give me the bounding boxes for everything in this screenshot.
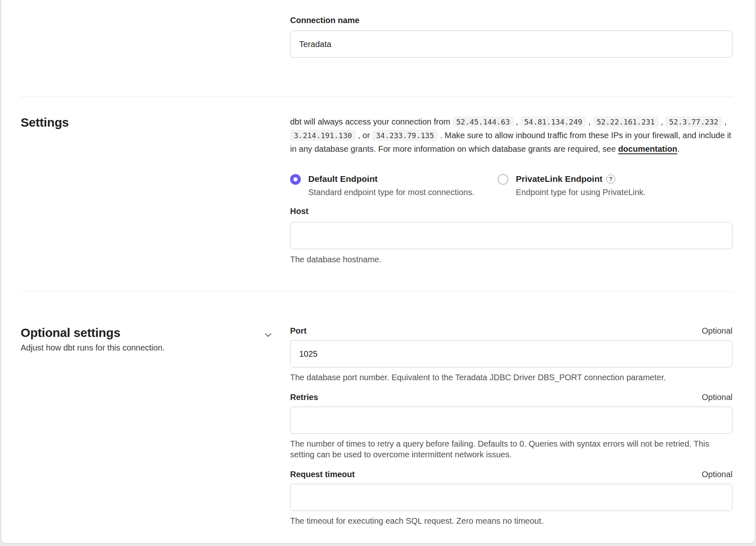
host-helper: The database hostname. [290,254,732,265]
settings-heading: Settings [21,115,269,130]
retries-field: Retries Optional The number of times to … [290,392,732,460]
host-field: Host The database hostname. [290,206,732,265]
ip-address-chip: 52.22.161.231 [593,116,659,127]
radio-label-privatelink-endpoint: PrivateLink Endpoint [516,174,602,184]
port-label: Port [290,325,307,336]
collapse-section-button[interactable] [262,329,274,341]
host-input[interactable] [290,222,732,249]
radio-desc-privatelink-endpoint: Endpoint type for using PrivateLink. [516,187,646,198]
chevron-down-icon [263,329,274,340]
request-timeout-label: Request timeout [290,469,355,480]
help-icon[interactable]: ? [606,174,615,184]
ip-allowlist-notice: dbt will always access your connection f… [290,115,732,156]
connection-name-section: Connection name [1,0,755,96]
settings-section: Settings dbt will always access your con… [1,97,755,291]
optional-badge: Optional [702,470,733,479]
retries-helper: The number of times to retry a query bef… [290,438,732,460]
connection-settings-card: Connection name Settings dbt will always… [1,0,755,544]
request-timeout-helper: The timeout for executing each SQL reque… [290,515,732,526]
radio-selected-icon[interactable] [290,174,301,185]
endpoint-radio-group: Default Endpoint Standard endpoint type … [290,173,732,198]
ip-address-chip: 3.214.191.130 [290,130,356,141]
port-helper: The database port number. Equivalent to … [290,372,732,383]
port-input[interactable] [290,340,732,367]
connection-name-label: Connection name [290,15,732,26]
ip-address-chip: 54.81.134.249 [520,116,586,127]
retries-input[interactable] [290,407,732,434]
optional-settings-section: Optional settings Adjust how dbt runs fo… [1,292,755,535]
host-label: Host [290,206,732,217]
optional-settings-heading: Optional settings [21,325,269,340]
radio-option-default-endpoint[interactable]: Default Endpoint Standard endpoint type … [290,173,498,198]
ip-address-chip: 52.3.77.232 [665,116,722,127]
optional-badge: Optional [702,326,733,336]
radio-option-privatelink-endpoint[interactable]: PrivateLink Endpoint? Endpoint type for … [498,173,646,198]
retries-label: Retries [290,392,318,402]
optional-settings-subheading: Adjust how dbt runs for this connection. [21,342,269,353]
request-timeout-field: Request timeout Optional The timeout for… [290,469,732,526]
radio-label-default-endpoint: Default Endpoint [308,173,474,185]
radio-unselected-icon[interactable] [498,174,508,185]
radio-desc-default-endpoint: Standard endpoint type for most connecti… [308,187,474,198]
request-timeout-input[interactable] [290,484,732,511]
ip-address-chip: 34.233.79.135 [372,130,438,141]
port-field: Port Optional The database port number. … [290,325,732,383]
ip-address-chip: 52.45.144.63 [453,116,514,127]
connection-name-input[interactable] [290,31,732,58]
optional-badge: Optional [702,393,733,402]
documentation-link[interactable]: documentation [618,144,677,153]
